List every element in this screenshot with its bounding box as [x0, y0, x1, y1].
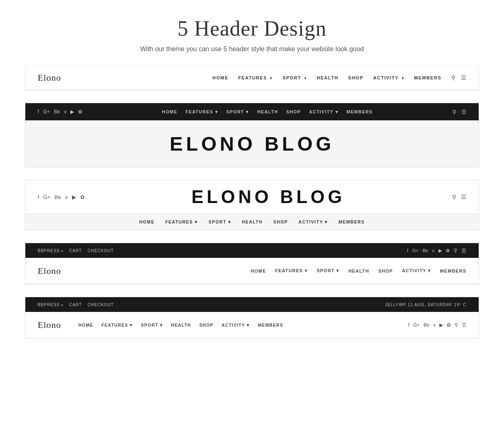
- facebook-icon[interactable]: f: [38, 109, 39, 115]
- search-icon[interactable]: ⚲: [454, 322, 458, 328]
- nav1-health[interactable]: HEALTH: [317, 75, 338, 80]
- nav2-activity[interactable]: ACTIVITY ▾: [309, 109, 339, 114]
- page-title: 5 Header Design: [8, 16, 496, 41]
- nav1-members[interactable]: MEMBERS: [414, 75, 441, 80]
- instagram-icon[interactable]: ✿: [446, 248, 450, 253]
- nav5-health[interactable]: HEALTH: [171, 323, 191, 327]
- header3-icons: ⚲ ☰: [452, 194, 466, 200]
- nav2-health[interactable]: HEALTH: [257, 109, 278, 114]
- topbar5-bbpress[interactable]: BBPRESS ▾: [38, 303, 63, 307]
- nav1-features[interactable]: FEATURES ▾: [238, 75, 273, 80]
- header-card-3: f G+ Be v ▶ ✿ ELONO BLOG ⚲ ☰ HOME FEATUR…: [25, 180, 479, 230]
- nav4-home[interactable]: HOME: [251, 269, 266, 273]
- nav4-activity[interactable]: ACTIVITY ▾: [402, 268, 431, 273]
- header1-icons: ⚲ ☰: [451, 75, 466, 81]
- vimeo-icon[interactable]: v: [432, 248, 435, 253]
- nav1-shop[interactable]: SHOP: [348, 75, 363, 80]
- nav3-activity[interactable]: ACTIVITY ▾: [299, 219, 328, 224]
- behance-icon[interactable]: Be: [423, 322, 430, 328]
- nav3-features[interactable]: FEATURES ▾: [165, 219, 198, 224]
- nav4-sport[interactable]: SPORT ▾: [317, 268, 339, 273]
- topbar4-checkout[interactable]: CHECKOUT: [88, 248, 114, 253]
- search-icon[interactable]: ⚲: [451, 75, 455, 81]
- nav4-features[interactable]: FEATURES ▾: [275, 268, 308, 273]
- menu-icon[interactable]: ☰: [461, 194, 466, 200]
- behance-icon[interactable]: Be: [423, 248, 428, 253]
- nav4-health[interactable]: HEALTH: [348, 269, 369, 273]
- vimeo-icon[interactable]: v: [433, 322, 436, 328]
- googleplus-icon[interactable]: G+: [43, 194, 51, 200]
- header5-main: Elono HOME FEATURES ▾ SPORT ▾ HEALTH SHO…: [25, 312, 479, 338]
- header4-topbar: BBPRESS ▾ CART CHECKOUT f G+ Be v ▶ ✿ ⚲ …: [25, 243, 479, 258]
- nav4-members[interactable]: MEMBERS: [440, 269, 466, 273]
- nav3-sport[interactable]: SPORT ▾: [209, 219, 232, 224]
- googleplus-icon[interactable]: G+: [43, 109, 50, 115]
- menu-icon[interactable]: ☰: [461, 248, 466, 254]
- topbar4-bbpress[interactable]: BBPRESS ▾: [38, 248, 63, 253]
- nav1-home[interactable]: HOME: [212, 75, 228, 80]
- nav1-sport[interactable]: SPORT ▾: [283, 75, 307, 80]
- menu-icon[interactable]: ☰: [462, 322, 466, 328]
- nav5-features[interactable]: FEATURES ▾: [101, 323, 133, 327]
- header1-bar: Elono HOME FEATURES ▾ SPORT ▾ HEALTH SHO…: [25, 65, 479, 90]
- instagram-icon[interactable]: ✿: [80, 194, 85, 200]
- nav2-home[interactable]: HOME: [162, 109, 178, 114]
- vimeo-icon[interactable]: v: [64, 109, 66, 115]
- topbar4-cart[interactable]: CART: [69, 248, 82, 253]
- header2-topbar: f G+ Be v ▶ ✿ HOME FEATURES ▾ SPORT ▾ HE…: [25, 103, 479, 120]
- behance-icon[interactable]: Be: [54, 194, 61, 200]
- menu-icon[interactable]: ☰: [461, 75, 466, 81]
- nav5-home[interactable]: HOME: [79, 323, 93, 327]
- nav5-activity[interactable]: ACTIVITY ▾: [222, 323, 250, 327]
- header5-topbar-right: JELLYWP 11 AUG, SATURDAY 19° C: [385, 303, 466, 307]
- header5-logo: Elono: [38, 320, 61, 330]
- nav5-members[interactable]: MEMBERS: [258, 323, 283, 327]
- nav2-features[interactable]: FEATURES ▾: [186, 109, 218, 114]
- headers-container: Elono HOME FEATURES ▾ SPORT ▾ HEALTH SHO…: [17, 65, 487, 355]
- nav2-shop[interactable]: SHOP: [286, 109, 301, 114]
- nav5-sport[interactable]: SPORT ▾: [141, 323, 163, 327]
- header5-social: f G+ Be v ▶ ✿ ⚲ ☰: [408, 322, 466, 328]
- header3-big-logo: ELONO BLOG: [85, 187, 452, 207]
- googleplus-icon[interactable]: G+: [412, 248, 418, 253]
- youtube-icon[interactable]: ▶: [439, 322, 443, 328]
- youtube-icon[interactable]: ▶: [70, 109, 74, 115]
- facebook-icon[interactable]: f: [38, 194, 39, 200]
- instagram-icon[interactable]: ✿: [447, 322, 451, 328]
- nav1-activity[interactable]: ACTIVITY ▾: [373, 75, 404, 80]
- header4-topbar-right: f G+ Be v ▶ ✿ ⚲ ☰: [407, 248, 466, 254]
- nav2-members[interactable]: MEMBERS: [346, 109, 373, 114]
- menu-icon[interactable]: ☰: [461, 109, 466, 115]
- header5-nav: HOME FEATURES ▾ SPORT ▾ HEALTH SHOP ACTI…: [79, 323, 399, 327]
- nav5-shop[interactable]: SHOP: [199, 323, 214, 327]
- search-icon[interactable]: ⚲: [452, 109, 457, 115]
- header1-nav: HOME FEATURES ▾ SPORT ▾ HEALTH SHOP ACTI…: [212, 75, 441, 80]
- header4-main: Elono HOME FEATURES ▾ SPORT ▾ HEALTH SHO…: [25, 258, 479, 284]
- vimeo-icon[interactable]: v: [65, 194, 68, 200]
- instagram-icon[interactable]: ✿: [78, 109, 82, 115]
- nav3-members[interactable]: MEMBERS: [338, 219, 364, 224]
- header5-topbar: BBPRESS ▾ CART CHECKOUT JELLYWP 11 AUG, …: [25, 297, 479, 312]
- topbar5-cart[interactable]: CART: [69, 303, 82, 307]
- header5-topbar-left: BBPRESS ▾ CART CHECKOUT: [38, 303, 114, 307]
- search-icon[interactable]: ⚲: [454, 248, 457, 253]
- behance-icon[interactable]: Be: [54, 109, 60, 115]
- nav3-health[interactable]: HEALTH: [242, 219, 263, 224]
- nav3-shop[interactable]: SHOP: [273, 219, 288, 224]
- header4-topbar-left: BBPRESS ▾ CART CHECKOUT: [38, 248, 114, 253]
- search-icon[interactable]: ⚲: [452, 194, 456, 200]
- youtube-icon[interactable]: ▶: [72, 194, 76, 200]
- nav2-sport[interactable]: SPORT ▾: [226, 109, 249, 114]
- youtube-icon[interactable]: ▶: [439, 248, 442, 253]
- facebook-icon[interactable]: f: [407, 248, 408, 253]
- header-card-4: BBPRESS ▾ CART CHECKOUT f G+ Be v ▶ ✿ ⚲ …: [25, 243, 479, 284]
- header2-big-logo: ELONO BLOG: [170, 133, 335, 155]
- nav4-shop[interactable]: SHOP: [378, 269, 393, 273]
- header4-nav: HOME FEATURES ▾ SPORT ▾ HEALTH SHOP ACTI…: [251, 268, 466, 273]
- facebook-icon[interactable]: f: [408, 322, 410, 328]
- topbar5-checkout[interactable]: CHECKOUT: [88, 303, 114, 307]
- googleplus-icon[interactable]: G+: [413, 322, 420, 328]
- header3-top: f G+ Be v ▶ ✿ ELONO BLOG ⚲ ☰: [25, 181, 479, 214]
- nav3-home[interactable]: HOME: [139, 219, 155, 224]
- header-card-5: BBPRESS ▾ CART CHECKOUT JELLYWP 11 AUG, …: [25, 297, 479, 339]
